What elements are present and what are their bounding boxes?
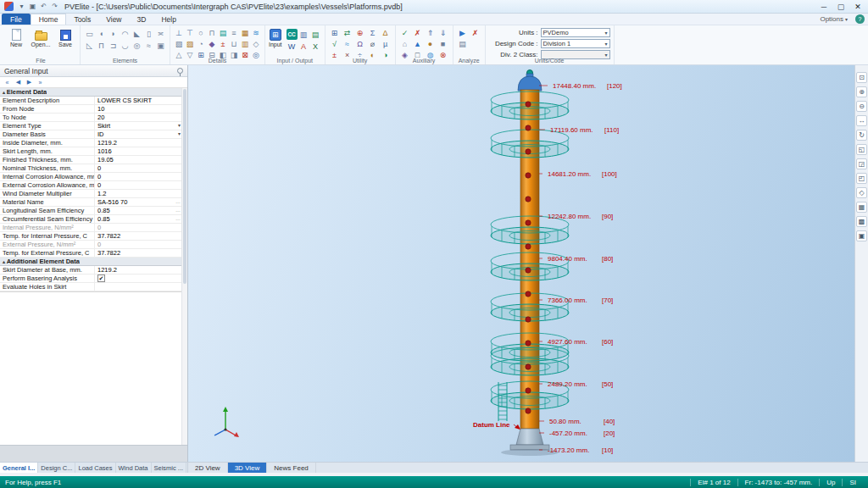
property-value[interactable]: 0 (95, 173, 187, 180)
half-pipe-icon[interactable]: ◔ (196, 39, 206, 49)
property-value[interactable]: 0 (95, 241, 187, 248)
skirt-support-icon[interactable]: ◺ (84, 40, 95, 51)
qat-undo-icon[interactable]: ↶ (38, 3, 49, 10)
property-value[interactable]: 20 (95, 114, 187, 121)
maximize-button[interactable]: ▢ (832, 3, 849, 11)
wind-profile-icon[interactable]: ≈ (342, 39, 353, 49)
property-value[interactable]: 19.05 (95, 156, 187, 164)
tab-view[interactable]: View (98, 14, 129, 25)
zoom-in-icon[interactable]: ⊕ (856, 86, 867, 97)
insulation-icon[interactable]: ▨ (185, 39, 195, 49)
scrollbar-thumb[interactable] (183, 89, 186, 284)
qat-save-icon[interactable]: ▣ (27, 3, 38, 10)
nav-last-icon[interactable]: » (36, 80, 45, 86)
run-analysis-icon[interactable]: ▲ (412, 39, 424, 49)
hemispherical-head-icon[interactable]: ◠ (120, 28, 131, 39)
units-select[interactable]: PVDemo ▾ (541, 28, 610, 37)
design-code-select[interactable]: Division 1 ▾ (541, 39, 610, 48)
rotate-icon[interactable]: ↻ (856, 130, 867, 141)
ring-icon[interactable]: ○ (196, 28, 206, 38)
property-value[interactable]: 37.7822 (95, 249, 187, 257)
error-check-run-icon[interactable]: ✗ (470, 28, 481, 38)
tab-3d-view[interactable]: 3D View (228, 463, 268, 473)
property-value[interactable]: 0 (95, 181, 187, 189)
pipe-schedule-icon[interactable]: ⌀ (367, 39, 379, 49)
property-value[interactable]: 0.85 … (95, 215, 187, 223)
material-database-icon[interactable]: Ω (354, 39, 366, 49)
save-button[interactable]: Save (54, 27, 76, 47)
nav-first-icon[interactable]: « (3, 80, 12, 86)
close-button[interactable]: ✕ (849, 3, 866, 11)
property-value[interactable]: SA-516 70 … (95, 198, 187, 206)
tab-help[interactable]: Help (153, 14, 183, 25)
zoom-out-icon[interactable]: ⊖ (856, 101, 867, 112)
cylinder-icon[interactable]: ▭ (84, 28, 95, 39)
property-value[interactable]: 1.2 (95, 190, 187, 197)
nav-prev-icon[interactable]: ◀ (14, 79, 23, 86)
pdf-export-icon[interactable]: A (298, 41, 309, 52)
input-button[interactable]: ⊞ Input (269, 28, 282, 47)
new-button[interactable]: New (5, 27, 27, 47)
property-value[interactable]: 37.7822 (95, 232, 187, 240)
field-marker-icon[interactable]: … (175, 198, 181, 206)
nozzle-icon[interactable]: ⊥ (174, 28, 184, 38)
field-marker-icon[interactable]: ▾ (178, 130, 181, 138)
platform-icon[interactable]: ▤ (218, 28, 228, 38)
property-value[interactable]: ID ▾ (95, 130, 187, 138)
tab-tools[interactable]: Tools (66, 14, 98, 25)
liquid-icon[interactable]: ≋ (251, 28, 261, 38)
property-value[interactable]: 1016 (95, 147, 187, 155)
pin-icon[interactable] (177, 68, 183, 74)
import-icon[interactable]: ⇑ (425, 28, 437, 38)
nav-next-icon[interactable]: ▶ (25, 79, 34, 86)
tab-seismic-data[interactable]: Seismic ... (152, 463, 187, 473)
property-value[interactable] (95, 283, 187, 291)
property-value[interactable]: 1219.2 (95, 139, 187, 147)
top-view-icon[interactable]: ◰ (856, 173, 867, 184)
lining-icon[interactable]: ▧ (174, 39, 184, 49)
tab-home[interactable]: Home (31, 14, 67, 25)
print-view-icon[interactable]: ▣ (856, 230, 867, 241)
baffle-icon[interactable]: ◇ (251, 39, 261, 49)
zoom-extents-icon[interactable]: ⊡ (856, 72, 867, 83)
lug-icon[interactable]: ⊓ (207, 28, 217, 38)
jacket-icon[interactable]: ▣ (155, 40, 166, 51)
minimize-button[interactable]: ─ (815, 3, 832, 11)
pan-icon[interactable]: ↔ (856, 115, 867, 126)
error-check-icon[interactable]: ✗ (412, 28, 424, 38)
property-value[interactable]: LOWER CS SKIRT (95, 97, 187, 104)
export-icon[interactable]: ⇓ (437, 28, 449, 38)
weight-icon[interactable]: ◆ (207, 39, 217, 49)
leg-support-icon[interactable]: Π (96, 40, 107, 51)
weight-summary-icon[interactable]: Σ (367, 28, 379, 38)
property-value[interactable]: 0 (95, 224, 187, 231)
property-value[interactable]: 1219.2 (95, 266, 187, 274)
calculator-icon[interactable]: ⊞ (329, 28, 341, 38)
side-view-icon[interactable]: ◲ (856, 158, 867, 169)
excel-export-icon[interactable]: X (310, 41, 321, 52)
tab-wind-data[interactable]: Wind Data (116, 463, 152, 473)
property-value[interactable]: 0 (95, 164, 187, 172)
home-icon[interactable]: ⌂ (399, 39, 411, 49)
front-view-icon[interactable]: ◱ (856, 144, 867, 155)
wireframe-icon[interactable]: ▦ (856, 202, 867, 213)
property-value[interactable]: 0.85 … (95, 207, 187, 214)
tab-3d[interactable]: 3D (130, 14, 154, 25)
packing-icon[interactable]: ▦ (240, 28, 250, 38)
torispherical-head-icon[interactable]: ◗ (108, 28, 119, 39)
qat-customize-icon[interactable]: ▾ (16, 3, 27, 10)
iso-view-icon[interactable]: ◇ (856, 187, 867, 198)
design-constraints-icon[interactable]: ✓ (399, 28, 411, 38)
flat-head-icon[interactable]: ▯ (143, 28, 154, 39)
field-marker-icon[interactable]: … (175, 215, 181, 223)
panel-scrollbar[interactable] (181, 88, 187, 445)
reports-icon[interactable]: ▤ (457, 39, 469, 49)
saddle-support-icon[interactable]: ◡ (120, 40, 131, 51)
hydrotest-icon[interactable]: √ (329, 39, 341, 49)
ladder-icon[interactable]: ≡ (229, 28, 239, 38)
field-marker-icon[interactable]: … (175, 207, 181, 214)
bolt-table-icon[interactable]: µ (380, 39, 392, 49)
tab-2d-view[interactable]: 2D View (188, 463, 228, 473)
lug-support-icon[interactable]: ⊐ (108, 40, 119, 51)
file-menu-button[interactable]: File (2, 14, 31, 25)
